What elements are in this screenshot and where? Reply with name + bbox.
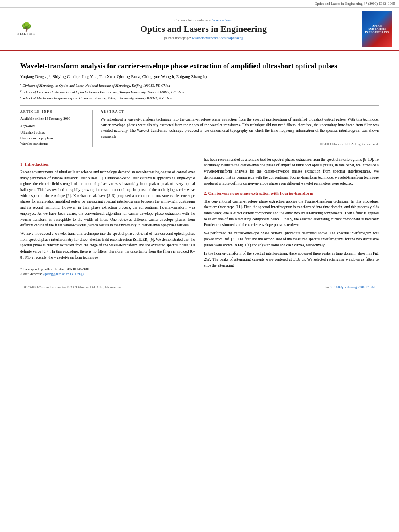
authors: Yuqiang Deng a,*, Shiying Cao b,c, Jing …: [20, 74, 379, 80]
introduction-heading: 1. Introduction: [20, 161, 195, 168]
journal-cover-image: OPTICSAND LASERSIN ENGINEERING: [362, 11, 392, 47]
paper-title: Wavelet-transform analysis for carrier-e…: [20, 62, 379, 71]
main-content: Wavelet-transform analysis for carrier-e…: [0, 51, 399, 295]
journal-homepage-link[interactable]: www.elsevier.com/locate/optlaseng: [192, 36, 243, 40]
banner-center: Contents lists available at ScienceDirec…: [48, 18, 359, 40]
left-column: 1. Introduction Recent advancements of u…: [20, 157, 195, 277]
keywords-label: Keywords:: [20, 124, 86, 128]
section2-para-1: The conventional carrier-envelope phase …: [204, 199, 379, 228]
footer-doi: doi:10.1016/j.optlaseng.2008.12.004: [325, 285, 375, 289]
journal-cover-area: OPTICSAND LASERSIN ENGINEERING: [359, 11, 395, 47]
affiliation-c: c School of Electronics Engineering and …: [20, 95, 379, 101]
footnote-text: Corresponding author. Tel./fax: +86 10 6…: [23, 267, 91, 271]
body-content: 1. Introduction Recent advancements of u…: [20, 157, 379, 277]
footer-issn: 0143-8166/$ - see front matter © 2009 El…: [24, 285, 123, 289]
section2-para-3: In the Fourier-transform of the spectral…: [204, 251, 379, 268]
journal-citation: Optics and Lasers in Engineering 47 (200…: [0, 0, 399, 8]
affiliations: a Division of Metrology in Optics and La…: [20, 82, 379, 101]
available-online: Available online 14 February 2009: [20, 117, 86, 121]
right-para-1: has been recommended as a reliable tool …: [204, 157, 379, 187]
elsevier-label: ELSEVIER: [17, 32, 35, 35]
footnote-symbol: *: [20, 267, 22, 271]
footnote-email-label: E-mail address:: [20, 272, 42, 276]
keyword-3: Wavelet transforms: [20, 141, 86, 146]
abstract-title: ABSTRACT: [101, 110, 379, 113]
sciencedirect-link[interactable]: ScienceDirect: [212, 18, 232, 22]
footnote-divider: [20, 265, 195, 265]
journal-banner: 🌳 ELSEVIER Contents lists available at S…: [0, 8, 399, 51]
intro-para-1: Recent advancements of ultrafast laser s…: [20, 169, 195, 228]
section2-para-2: We performed the carrier-envelope phase …: [204, 230, 379, 248]
article-info: ARTICLE INFO Available online 14 Februar…: [20, 110, 93, 147]
abstract-copyright: © 2009 Elsevier Ltd. All rights reserved…: [101, 142, 379, 146]
elsevier-logo-area: 🌳 ELSEVIER: [4, 19, 48, 39]
keyword-1: Ultrashort pulses: [20, 129, 86, 135]
elsevier-tree-icon: 🌳: [21, 23, 32, 31]
article-meta: ARTICLE INFO Available online 14 Februar…: [20, 110, 379, 147]
doi-link[interactable]: 10.1016/j.optlaseng.2008.12.004: [330, 285, 375, 289]
footnote: * Corresponding author. Tel./fax: +86 10…: [20, 267, 195, 277]
keyword-2: Carrier-envelope phase: [20, 135, 86, 141]
right-column: has been recommended as a reliable tool …: [204, 157, 379, 277]
section2-heading: 2. Carrier-envelope phase extraction wit…: [204, 190, 379, 197]
sciencedirect-info: Contents lists available at ScienceDirec…: [56, 18, 351, 22]
divider-1: [20, 105, 379, 106]
intro-para-2: We have introduced a wavelet-transform t…: [20, 231, 195, 261]
abstract-section: ABSTRACT We introduced a wavelet-transfo…: [101, 110, 379, 147]
divider-2: [20, 151, 379, 151]
journal-title: Optics and Lasers in Engineering: [56, 24, 351, 34]
two-column-layout: 1. Introduction Recent advancements of u…: [20, 157, 379, 277]
footnote-email-link[interactable]: yqdeng@nim.ac.cn (Y. Deng).: [43, 272, 84, 276]
page: Optics and Lasers in Engineering 47 (200…: [0, 0, 399, 295]
journal-homepage: journal homepage: www.elsevier.com/locat…: [56, 36, 351, 40]
page-footer: 0143-8166/$ - see front matter © 2009 El…: [20, 283, 379, 291]
elsevier-logo: 🌳 ELSEVIER: [8, 19, 44, 39]
affiliation-a: a Division of Metrology in Optics and La…: [20, 82, 379, 89]
article-info-title: ARTICLE INFO: [20, 110, 86, 113]
affiliation-b: b School of Precision Instruments and Op…: [20, 89, 379, 95]
abstract-text: We introduced a wavelet-transform techni…: [101, 117, 379, 140]
keywords-list: Ultrashort pulses Carrier-envelope phase…: [20, 129, 86, 147]
